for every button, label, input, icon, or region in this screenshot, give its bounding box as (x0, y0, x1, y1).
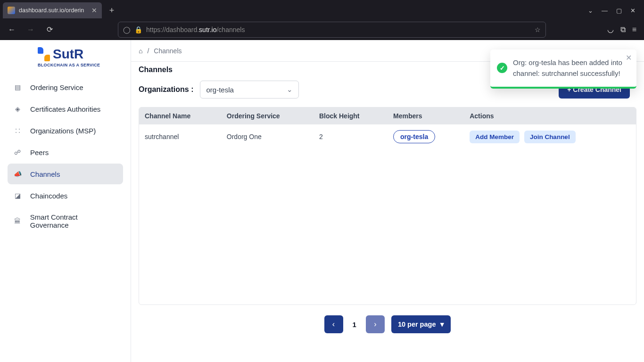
caret-down-icon: ▾ (440, 321, 444, 328)
sidebar-item-label: Chaincodes (30, 192, 67, 200)
page-size-select[interactable]: 10 per page ▾ (391, 315, 451, 333)
sidebar-item-governance[interactable]: 🏛Smart Contract Governance (8, 207, 123, 235)
lock-icon: 🔒 (134, 26, 142, 33)
logo-subtitle: BLOCKCHAIN AS A SERVICE (38, 63, 121, 67)
browser-tab[interactable]: dashboard.sutr.io/orderin ✕ (3, 2, 102, 18)
tab-title: dashboard.sutr.io/orderin (19, 7, 88, 14)
sidebar-item-chaincodes[interactable]: ◪Chaincodes (8, 185, 123, 206)
layers-icon: ▤ (13, 83, 22, 91)
favicon-icon (8, 7, 15, 14)
organizations-label: Organizations : (139, 85, 193, 94)
chevron-down-icon: ⌄ (287, 85, 293, 94)
cell-members: org-tesla (388, 124, 464, 149)
sidebar-item-label: Smart Contract Governance (30, 213, 117, 229)
check-circle-icon: ✓ (497, 63, 507, 73)
chevron-down-icon[interactable]: ⌄ (588, 7, 593, 14)
add-member-button[interactable]: Add Member (470, 131, 520, 143)
sidebar-item-peers[interactable]: ☍Peers (8, 142, 123, 163)
cell-channel-name: sutrchannel (139, 124, 221, 149)
home-icon[interactable]: ⌂ (139, 47, 142, 55)
menu-icon[interactable]: ≡ (632, 25, 636, 34)
back-button[interactable]: ← (5, 23, 19, 37)
sidebar-item-label: Channels (30, 170, 60, 178)
chaincode-icon: ◪ (13, 191, 22, 200)
sidebar-item-label: Organizations (MSP) (30, 127, 96, 135)
sidebar-item-ordering-service[interactable]: ▤Ordering Service (8, 77, 123, 98)
sidebar-item-channels[interactable]: 📣Channels (8, 164, 123, 184)
channels-icon: 📣 (13, 170, 22, 178)
sidebar: SutR BLOCKCHAIN AS A SERVICE ▤Ordering S… (0, 40, 131, 362)
logo: SutR BLOCKCHAIN AS A SERVICE (0, 40, 131, 71)
certificate-icon: ◈ (13, 105, 22, 113)
pagination-next-button[interactable]: › (366, 315, 385, 333)
new-tab-button[interactable]: + (105, 6, 119, 16)
governance-icon: 🏛 (13, 217, 22, 225)
close-tab-icon[interactable]: ✕ (91, 7, 97, 14)
cell-actions: Add Member Join Channel (464, 124, 636, 149)
join-channel-button[interactable]: Join Channel (524, 131, 576, 143)
app-root: SutR BLOCKCHAIN AS A SERVICE ▤Ordering S… (0, 40, 644, 362)
th-channel-name: Channel Name (139, 107, 221, 124)
chevron-right-icon: › (374, 320, 376, 329)
pagination: ‹ 1 › 10 per page ▾ (131, 305, 644, 333)
minimize-icon[interactable]: — (602, 7, 608, 14)
toast-message: Org: org-tesla has been added into chann… (513, 57, 628, 79)
logo-text: SutR (53, 47, 83, 62)
close-window-icon[interactable]: ✕ (630, 7, 636, 14)
window-controls: ⌄ — ▢ ✕ (588, 7, 641, 14)
url-text: https://dashboard.sutr.io/channels (146, 26, 531, 33)
nav-bar: ← → ⟳ ◯ 🔒 https://dashboard.sutr.io/chan… (0, 19, 644, 40)
select-value: org-tesla (206, 86, 233, 94)
th-block-height: Block Height (314, 107, 388, 124)
sidebar-item-certificates[interactable]: ◈Certificates Authorities (8, 99, 123, 119)
member-chip[interactable]: org-tesla (393, 130, 435, 143)
th-actions: Actions (464, 107, 636, 124)
close-icon[interactable]: ✕ (626, 53, 632, 62)
maximize-icon[interactable]: ▢ (616, 7, 622, 14)
th-members: Members (388, 107, 464, 124)
chevron-left-icon: ‹ (332, 320, 335, 329)
sidebar-item-label: Peers (30, 148, 49, 156)
breadcrumb-current: Channels (154, 47, 182, 55)
peers-icon: ☍ (13, 148, 22, 156)
th-ordering-service: Ordering Service (221, 107, 314, 124)
organizations-select[interactable]: org-tesla ⌄ (200, 81, 299, 99)
main-content: ⌂ / Channels Channels Organizations : or… (131, 40, 644, 362)
breadcrumb-separator: / (147, 47, 149, 55)
url-bar[interactable]: ◯ 🔒 https://dashboard.sutr.io/channels ☆ (118, 22, 546, 38)
table-row: sutrchannel Ordorg One 2 org-tesla Add M… (139, 124, 636, 149)
bookmark-icon[interactable]: ☆ (535, 26, 541, 33)
sidebar-item-label: Certificates Authorities (30, 105, 100, 113)
extensions-icon[interactable]: ⧉ (620, 25, 626, 34)
shield-icon: ◯ (123, 26, 131, 33)
forward-button[interactable]: → (24, 23, 38, 37)
sidebar-item-organizations[interactable]: ⸬Organizations (MSP) (8, 120, 123, 141)
page-size-label: 10 per page (398, 321, 436, 328)
cell-ordering-service: Ordorg One (221, 124, 314, 149)
tab-strip: dashboard.sutr.io/orderin ✕ + ⌄ — ▢ ✕ (0, 0, 644, 19)
cell-block-height: 2 (314, 124, 388, 149)
logo-icon (38, 47, 50, 61)
pagination-page: 1 (350, 321, 359, 329)
browser-chrome: dashboard.sutr.io/orderin ✕ + ⌄ — ▢ ✕ ← … (0, 0, 644, 40)
sidebar-nav: ▤Ordering Service ◈Certificates Authorit… (0, 71, 131, 235)
org-icon: ⸬ (13, 126, 22, 135)
pocket-icon[interactable]: ◡ (607, 25, 614, 34)
reload-button[interactable]: ⟳ (42, 23, 57, 37)
success-toast: ✓ Org: org-tesla has been added into cha… (490, 49, 636, 89)
channels-table: Channel Name Ordering Service Block Heig… (139, 107, 636, 305)
sidebar-item-label: Ordering Service (30, 83, 83, 91)
table-header-row: Channel Name Ordering Service Block Heig… (139, 107, 636, 124)
pagination-prev-button[interactable]: ‹ (324, 315, 343, 333)
